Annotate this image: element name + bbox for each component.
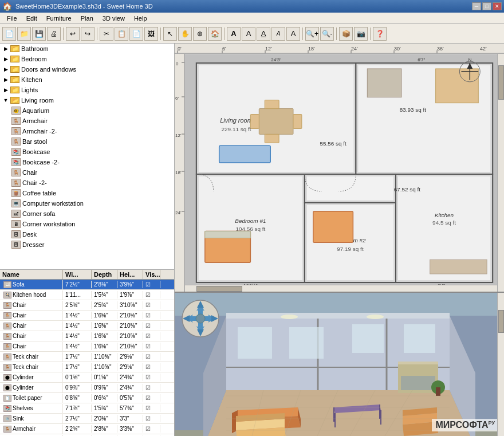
furniture-tree[interactable]: ▶ 📁 Bathroom ▶ 📁 Bedroom ▶ 📁 Doors and w… (0, 44, 174, 270)
row-vis-kitchenhood[interactable]: ☑ (143, 291, 160, 298)
close-button[interactable]: ✕ (493, 2, 502, 10)
toolbar-camera[interactable]: 📷 (354, 27, 368, 41)
minimize-button[interactable]: ─ (472, 2, 481, 10)
tree-item-bedroom[interactable]: ▶ 📁 Bedroom (0, 54, 174, 64)
toolbar-pan[interactable]: ✋ (178, 27, 192, 41)
menu-plan[interactable]: Plan (76, 14, 98, 23)
row-vis-chair1[interactable]: ☑ (143, 301, 160, 309)
menu-3dview[interactable]: 3D view (98, 14, 129, 23)
tree-item-cornersofa[interactable]: 🛋 Corner sofa (9, 209, 174, 219)
tree-item-desk[interactable]: 🗄 Desk (9, 229, 174, 239)
expand-icon-bedroom: ▶ (2, 56, 9, 62)
tree-item-cornerwork[interactable]: 🖥 Corner workstation (9, 219, 174, 229)
row-vis-armchair[interactable]: ☑ (143, 425, 160, 433)
toolbar-redo[interactable]: ↪ (81, 27, 94, 41)
tree-item-armchair2[interactable]: 🪑 Armchair -2- (9, 126, 174, 136)
floorplan-hscroll[interactable] (185, 285, 497, 292)
view-3d[interactable]: МИРСОФТАРУ (175, 293, 504, 436)
toolbar-help[interactable]: ❓ (373, 27, 387, 41)
view3d-vscroll[interactable] (497, 293, 504, 436)
row-vis-chair4[interactable]: ☑ (143, 332, 160, 340)
row-vis-shelves[interactable]: ☑ (143, 404, 160, 412)
toolbar-text4[interactable]: A (271, 27, 285, 41)
svg-rect-55 (367, 69, 401, 97)
row-width-cylinder2: 0'9⅞" (63, 384, 92, 391)
view3d-vscrollthumb[interactable] (498, 310, 504, 333)
tree-item-computer[interactable]: 💻 Computer workstation (9, 198, 174, 209)
floorplan-vscrollthumb[interactable] (498, 65, 504, 100)
prop-row-chair4[interactable]: 🪑 Chair 1'4½" 1'6⅝" 2'10⅝" ☑ (0, 331, 174, 341)
tree-item-bookcase[interactable]: 📚 Bookcase (9, 147, 174, 157)
row-width-kitchenhood: 1'11... (63, 291, 92, 298)
svg-rect-102 (238, 327, 272, 359)
properties-table[interactable]: Name Wi... Depth Hei... Vis... 🛋 Sofa 7'… (0, 270, 174, 436)
floorplan-hscrollthumb[interactable] (196, 286, 242, 292)
menu-help[interactable]: Help (129, 14, 152, 23)
toolbar-text3[interactable]: A (257, 27, 270, 41)
toolbar-cut[interactable]: ✂ (100, 27, 113, 41)
prop-row-chair2[interactable]: 🪑 Chair 1'4½" 1'6⅝" 2'10⅝" ☑ (0, 311, 174, 321)
tree-item-chair[interactable]: 🪑 Chair (9, 167, 174, 178)
toolbar-open[interactable]: 📁 (17, 27, 31, 41)
toolbar-new[interactable]: 📄 (2, 27, 16, 41)
toolbar-add-room[interactable]: 🏠 (208, 27, 222, 41)
row-vis-teckchair1[interactable]: ☑ (143, 353, 160, 360)
floor-plan-content[interactable]: Living room 229.11 sq ft Bedroom #1 104.… (185, 54, 504, 292)
row-vis-sink[interactable]: ☑ (143, 415, 160, 422)
prop-row-cylinder2[interactable]: ⬤ Cylinder 0'9⅞" 0'9⅞" 2'4¾" ☑ (0, 383, 174, 393)
toolbar-copy[interactable]: 📋 (115, 27, 128, 41)
row-vis-chair3[interactable]: ☑ (143, 322, 160, 329)
toolbar-text5[interactable]: A (286, 27, 300, 41)
toolbar-select[interactable]: ↖ (163, 27, 177, 41)
menu-edit[interactable]: Edit (22, 14, 42, 23)
prop-row-kitchenhood[interactable]: 🍳 Kitchen hood 1'11... 1'5¾" 1'9⅞" ☑ (0, 290, 174, 300)
row-vis-toiletpaper[interactable]: ☑ (143, 394, 160, 402)
tree-item-barstool[interactable]: 🪑 Bar stool (9, 136, 174, 147)
row-vis-chair5[interactable]: ☑ (143, 343, 160, 350)
tree-item-kitchen[interactable]: ▶ 📁 Kitchen (0, 74, 174, 85)
toolbar-add-wall[interactable]: ⊕ (193, 27, 207, 41)
row-vis-cylinder1[interactable]: ☑ (143, 374, 160, 381)
tree-item-chair2[interactable]: 🪑 Chair -2- (9, 178, 174, 188)
prop-row-armchair[interactable]: 🪑 Armchair 2'2¾" 2'8⅝" 3'3⅝" ☑ (0, 424, 174, 434)
toolbar-text2[interactable]: A (242, 27, 255, 41)
row-vis-teckchair2[interactable]: ☑ (143, 363, 160, 371)
prop-row-chair1[interactable]: 🪑 Chair 2'5¾" 2'5¾" 3'10⅝" ☑ (0, 300, 174, 311)
tree-item-aquarium[interactable]: 🐠 Aquarium (9, 105, 174, 116)
menu-file[interactable]: File (2, 14, 22, 23)
prop-row-chair3[interactable]: 🪑 Chair 1'4½" 1'6⅝" 2'10⅝" ☑ (0, 321, 174, 331)
maximize-button[interactable]: □ (482, 2, 491, 10)
prop-row-teckchair2[interactable]: 🪑 Teck chair 1'7½" 1'10⅝" 2'9⅛" ☑ (0, 362, 174, 372)
toolbar-paste[interactable]: 📄 (129, 27, 143, 41)
row-vis-chair2[interactable]: ☑ (143, 312, 160, 319)
row-vis-cylinder2[interactable]: ☑ (143, 384, 160, 391)
prop-row-shelves[interactable]: 📚 Shelves 7'1⅞" 1'5¾" 5'7¾" ☑ (0, 403, 174, 414)
prop-row-teckchair1[interactable]: 🪑 Teck chair 1'7½" 1'10⅝" 2'9⅛" ☑ (0, 352, 174, 362)
prop-row-sink[interactable]: 🚿 Sink 2'7½" 2'0⅜" 3'3" ☑ (0, 414, 174, 424)
toolbar-zoom-out[interactable]: 🔍- (320, 27, 334, 41)
row-vis-sofa[interactable]: ☑ (143, 281, 160, 288)
toolbar-3d[interactable]: 📦 (339, 27, 353, 41)
toolbar-zoom-in[interactable]: 🔍+ (305, 27, 319, 41)
tree-item-lights[interactable]: ▶ 📁 Lights (0, 85, 174, 95)
tree-item-armchair[interactable]: 🪑 Armchair (9, 116, 174, 126)
prop-row-toiletpaper[interactable]: 🧻 Toilet paper 0'8⅜" 0'6¾" 0'5⅞" ☑ (0, 393, 174, 403)
prop-row-cylinder1[interactable]: ⬤ Cylinder 0'1⅝" 0'1⅝" 2'4¾" ☑ (0, 372, 174, 383)
menu-furniture[interactable]: Furniture (42, 14, 76, 23)
tree-item-doors[interactable]: ▶ 📁 Doors and windows (0, 64, 174, 74)
tree-item-coffeetable[interactable]: 🪵 Coffee table (9, 188, 174, 198)
tree-item-bookcase2[interactable]: 📚 Bookcase -2- (9, 157, 174, 167)
toolbar-print[interactable]: 🖨 (47, 27, 61, 41)
floorplan-vscroll[interactable] (497, 54, 504, 292)
toolbar-save[interactable]: 💾 (32, 27, 46, 41)
floor-plan[interactable]: 0' 6' 12' 18' 24' 30' 36' 42' (175, 44, 504, 293)
tree-item-dresser[interactable]: 🗄 Dresser (9, 239, 174, 250)
prop-row-chair5[interactable]: 🪑 Chair 1'4½" 1'6⅝" 2'10⅝" ☑ (0, 341, 174, 352)
toolbar-undo[interactable]: ↩ (66, 27, 80, 41)
tree-item-livingroom[interactable]: ▼ 📂 Living room (0, 95, 174, 105)
toolbar-text1[interactable]: A (227, 27, 241, 41)
tree-item-bathroom[interactable]: ▶ 📁 Bathroom (0, 44, 174, 54)
toolbar-photo[interactable]: 🖼 (144, 27, 158, 41)
prop-row-sofa[interactable]: 🛋 Sofa 7'2½" 2'8⅜" 3'9⅝" ☑ (0, 280, 174, 290)
expand-icon-bathroom: ▶ (2, 45, 9, 52)
